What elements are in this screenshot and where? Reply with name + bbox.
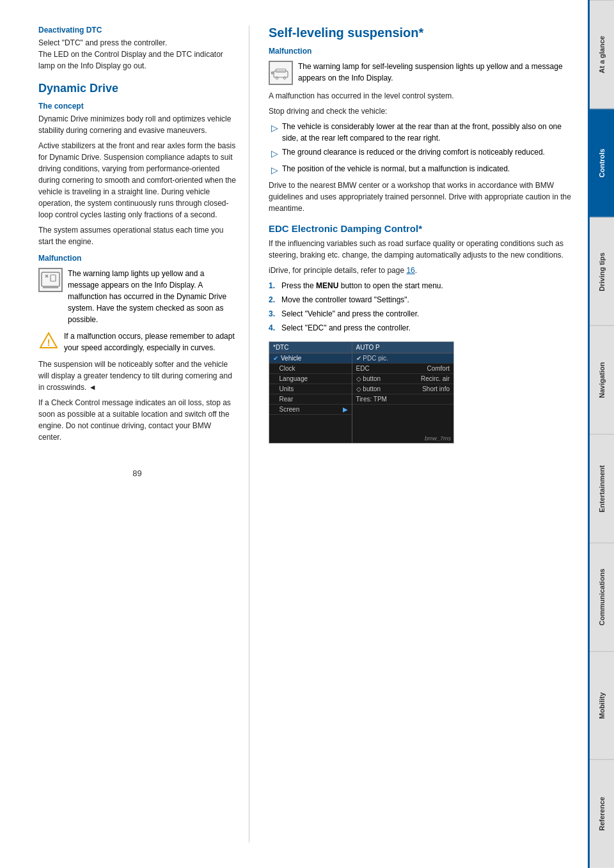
edc-right-header: AUTO P bbox=[352, 342, 453, 353]
edc-right-row-pdc: ✔ PDC pic. bbox=[352, 353, 453, 364]
edc-steps-list: 1. Press the MENU button to open the sta… bbox=[269, 280, 577, 334]
self-leveling-malfunction-heading: Malfunction bbox=[269, 47, 577, 56]
edc-menu-screenshot: *DTC ✔ Vehicle Clock La bbox=[269, 341, 454, 444]
concept-para1: Dynamic Drive minimizes body roll and op… bbox=[38, 113, 236, 136]
sidebar-tab-navigation[interactable]: Navigation bbox=[590, 325, 614, 434]
edc-menu-row-clock: Clock bbox=[269, 364, 352, 374]
deactivating-dtc-section: Deactivating DTC Select "DTC" and press … bbox=[38, 26, 236, 72]
the-concept-heading: The concept bbox=[38, 102, 236, 111]
sidebar-tab-controls[interactable]: Controls bbox=[590, 109, 614, 217]
step-number: 1. bbox=[269, 280, 278, 291]
dynamic-drive-warning-text: The warning lamp lights up yellow and a … bbox=[68, 268, 236, 325]
self-leveling-heading: Self-leveling suspension* bbox=[269, 26, 577, 40]
sidebar: At a glance Controls Driving tips Naviga… bbox=[590, 0, 614, 868]
dynamic-drive-malfunction-heading: Malfunction bbox=[38, 254, 236, 263]
sidebar-tab-communications[interactable]: Communications bbox=[590, 543, 614, 651]
self-leveling-bullet-list: ▷ The vehicle is considerably lower at t… bbox=[271, 121, 577, 177]
sidebar-tab-reference[interactable]: Reference bbox=[590, 759, 614, 868]
edc-menu-left-panel: *DTC ✔ Vehicle Clock La bbox=[269, 342, 352, 443]
edc-right-row-button2: ◇ button Short info bbox=[352, 384, 453, 394]
dynamic-drive-warning-box: The warning lamp lights up yellow and a … bbox=[38, 268, 236, 325]
list-item: 2. Move the controller toward "Settings"… bbox=[269, 294, 577, 306]
checkmark-icon: ✔ bbox=[273, 355, 278, 362]
sidebar-tab-entertainment[interactable]: Entertainment bbox=[590, 434, 614, 543]
svg-rect-3 bbox=[51, 275, 56, 281]
list-item: ▷ The position of the vehicle is normal,… bbox=[271, 163, 577, 177]
self-leveling-body2: Stop driving and check the vehicle: bbox=[269, 105, 577, 117]
warning-lamp-icon bbox=[38, 268, 63, 292]
list-item: 1. Press the MENU button to open the sta… bbox=[269, 280, 577, 291]
sidebar-tab-mobility[interactable]: Mobility bbox=[590, 651, 614, 760]
caution-text: If a malfunction occurs, please remember… bbox=[64, 330, 236, 353]
edc-menu-inner: *DTC ✔ Vehicle Clock La bbox=[269, 342, 453, 443]
step-number: 2. bbox=[269, 294, 278, 306]
edc-menu-row-rear: Rear bbox=[269, 394, 352, 405]
list-item: 3. Select "Vehicle" and press the contro… bbox=[269, 308, 577, 320]
the-concept-section: The concept Dynamic Drive minimizes body… bbox=[38, 102, 236, 247]
edc-right-row-button1: ◇ button Recirc. air bbox=[352, 374, 453, 384]
main-content: Deactivating DTC Select "DTC" and press … bbox=[0, 0, 590, 868]
edc-body1: If the influencing variables such as roa… bbox=[269, 238, 577, 261]
list-item: ▷ The ground clearance is reduced or the… bbox=[271, 146, 577, 160]
page-number: 89 bbox=[38, 469, 236, 478]
sidebar-tab-at-a-glance[interactable]: At a glance bbox=[590, 0, 614, 109]
step-number: 4. bbox=[269, 322, 278, 334]
step-number: 3. bbox=[269, 308, 278, 320]
edc-section: EDC Electronic Damping Control* If the i… bbox=[269, 223, 577, 444]
edc-img-label: bmw_7ms bbox=[352, 434, 453, 443]
self-leveling-warning-text: The warning lamp for self-leveling suspe… bbox=[298, 61, 577, 84]
edc-page-link[interactable]: 16 bbox=[406, 266, 414, 275]
edc-heading: EDC Electronic Damping Control* bbox=[269, 223, 577, 234]
warning-lamp-svg bbox=[40, 270, 61, 290]
self-leveling-body1: A malfunction has occurred in the level … bbox=[269, 90, 577, 102]
edc-menu-row-screen: Screen ▶ bbox=[269, 405, 352, 415]
after-caution2: If a Check Control message indicates an … bbox=[38, 397, 236, 443]
page-container: Deactivating DTC Select "DTC" and press … bbox=[0, 0, 614, 868]
edc-body2: iDrive, for principle details, refer to … bbox=[269, 265, 577, 276]
self-level-svg bbox=[271, 63, 290, 82]
edc-menu-right-panel: AUTO P ✔ PDC pic. EDC Comfort ◇ button bbox=[352, 342, 453, 443]
concept-para3: The system assumes operational status ea… bbox=[38, 224, 236, 247]
edc-right-row-tires: Tires: TPM bbox=[352, 394, 453, 405]
self-leveling-body3: Drive to the nearest BMW center or a wor… bbox=[269, 180, 577, 214]
self-leveling-section: Self-leveling suspension* Malfunction bbox=[269, 26, 577, 214]
arrow-icon: ▷ bbox=[271, 121, 278, 135]
dynamic-drive-malfunction-section: Malfunction bbox=[38, 254, 236, 443]
after-caution1: The suspension will be noticeably softer… bbox=[38, 359, 236, 393]
right-column: Self-leveling suspension* Malfunction bbox=[249, 26, 590, 842]
arrow-icon: ▷ bbox=[271, 164, 278, 177]
edc-menu-row-vehicle: ✔ Vehicle bbox=[269, 353, 352, 364]
edc-menu-row-language: Language bbox=[269, 374, 352, 384]
caution-triangle-icon: ! bbox=[38, 330, 59, 351]
edc-menu-header: *DTC bbox=[269, 342, 352, 353]
self-level-icon bbox=[269, 61, 293, 85]
list-item: ▷ The vehicle is considerably lower at t… bbox=[271, 121, 577, 144]
caution-box: ! If a malfunction occurs, please rememb… bbox=[38, 330, 236, 353]
edc-menu-row-units: Units bbox=[269, 384, 352, 394]
edc-right-row-edc: EDC Comfort bbox=[352, 364, 453, 374]
dynamic-drive-section: Dynamic Drive The concept Dynamic Drive … bbox=[38, 82, 236, 443]
self-leveling-warning-box: The warning lamp for self-leveling suspe… bbox=[269, 61, 577, 85]
deactivating-dtc-heading: Deactivating DTC bbox=[38, 26, 236, 35]
list-item: 4. Select "EDC" and press the controller… bbox=[269, 322, 577, 334]
deactivating-dtc-body: Select "DTC" and press the controller. T… bbox=[38, 37, 236, 72]
concept-para2: Active stabilizers at the front and rear… bbox=[38, 140, 236, 221]
svg-text:!: ! bbox=[47, 337, 51, 348]
left-column: Deactivating DTC Select "DTC" and press … bbox=[0, 26, 249, 842]
triangle-svg: ! bbox=[39, 331, 58, 350]
sidebar-tab-driving-tips[interactable]: Driving tips bbox=[590, 217, 614, 326]
dynamic-drive-heading: Dynamic Drive bbox=[38, 82, 236, 95]
arrow-icon: ▷ bbox=[271, 147, 278, 160]
